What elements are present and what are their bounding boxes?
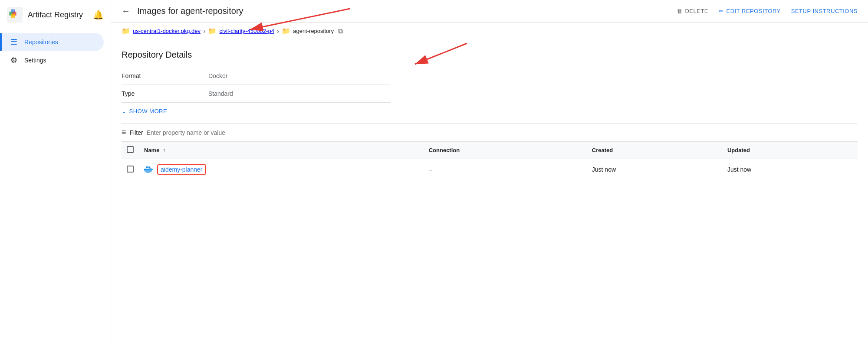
sidebar-header: Artifact Registry 🔔: [0, 0, 111, 29]
image-name-link[interactable]: aidemy-planner: [157, 164, 206, 175]
select-all-checkbox[interactable]: [127, 146, 134, 153]
sidebar-item-repositories-label: Repositories: [24, 39, 58, 46]
show-more-label: SHOW MORE: [129, 108, 168, 114]
filter-icon: ≡: [122, 128, 126, 137]
artifact-registry-logo: [7, 7, 23, 23]
breadcrumb-host-folder-icon: 📁: [122, 27, 130, 35]
delete-label: DELETE: [685, 8, 708, 14]
breadcrumb-host[interactable]: us-central1-docker.pkg.dev: [133, 28, 201, 34]
type-value: Standard: [208, 85, 391, 103]
connection-header-label: Connection: [429, 147, 460, 153]
details-row-format: Format Docker: [122, 67, 391, 85]
format-label: Format: [122, 67, 208, 85]
copy-icon[interactable]: ⧉: [338, 27, 343, 35]
images-table-section: Name ↑ Connection Created: [122, 142, 858, 180]
content-header: ← Images for agent-repository 🗑 DELETE ✏…: [111, 0, 868, 23]
sidebar-item-settings-label: Settings: [24, 57, 46, 64]
images-table: Name ↑ Connection Created: [122, 142, 858, 180]
main-content: ← Images for agent-repository 🗑 DELETE ✏…: [111, 0, 868, 342]
sidebar-item-repositories[interactable]: ☰ Repositories: [0, 33, 104, 51]
delete-button[interactable]: 🗑 DELETE: [677, 8, 708, 14]
settings-icon: ⚙: [10, 55, 17, 65]
filter-section: ≡ Filter: [122, 123, 858, 142]
breadcrumb-repo-folder-icon: 📁: [282, 27, 290, 35]
repository-details-table: Format Docker Type Standard: [122, 67, 391, 103]
setup-instructions-button[interactable]: SETUP INSTRUCTIONS: [791, 8, 858, 14]
row-checkbox-cell: [122, 159, 139, 180]
docker-icon: [144, 166, 154, 173]
filter-input[interactable]: [147, 129, 858, 136]
edit-repository-label: EDIT REPOSITORY: [727, 8, 781, 14]
table-row: aidemy-planner – Just now Just now: [122, 159, 858, 180]
content-body: Repository Details Format Docker Type St…: [111, 39, 868, 191]
breadcrumb-sep-1: ›: [203, 27, 205, 35]
type-label: Type: [122, 85, 208, 103]
sidebar-title: Artifact Registry: [28, 10, 83, 20]
repositories-icon: ☰: [10, 37, 17, 47]
breadcrumb: 📁 us-central1-docker.pkg.dev › 📁 civil-c…: [111, 23, 868, 39]
row-updated-cell: Just now: [722, 159, 858, 180]
name-sort-icon: ↑: [163, 147, 165, 153]
svg-rect-4: [11, 14, 15, 18]
format-value: Docker: [208, 67, 391, 85]
sidebar: Artifact Registry 🔔 ☰ Repositories ⚙ Set…: [0, 0, 111, 342]
select-all-header: [122, 142, 139, 159]
updated-header-label: Updated: [727, 147, 750, 153]
table-header-row: Name ↑ Connection Created: [122, 142, 858, 159]
row-created-cell: Just now: [587, 159, 722, 180]
name-header-label: Name: [144, 147, 159, 153]
setup-instructions-label: SETUP INSTRUCTIONS: [791, 8, 858, 14]
breadcrumb-project[interactable]: civil-clarity-450002-p4: [219, 28, 274, 34]
page-title: Images for agent-repository: [137, 6, 670, 16]
show-more-button[interactable]: ⌄ SHOW MORE: [122, 108, 858, 114]
svg-rect-8: [148, 166, 150, 168]
back-button[interactable]: ←: [122, 6, 130, 16]
sidebar-navigation: ☰ Repositories ⚙ Settings: [0, 29, 111, 69]
sidebar-item-settings[interactable]: ⚙ Settings: [0, 51, 104, 69]
delete-icon: 🗑: [677, 8, 683, 14]
created-column-header: Created: [587, 142, 722, 159]
header-actions: 🗑 DELETE ✏ EDIT REPOSITORY SETUP INSTRUC…: [677, 8, 858, 14]
edit-icon: ✏: [719, 8, 724, 14]
notification-bell-icon[interactable]: 🔔: [93, 10, 104, 20]
details-row-type: Type Standard: [122, 85, 391, 103]
updated-column-header: Updated: [722, 142, 858, 159]
row-connection-cell: –: [424, 159, 587, 180]
breadcrumb-repo: agent-repository: [293, 28, 334, 34]
row-name-cell: aidemy-planner: [139, 159, 424, 180]
breadcrumb-sep-2: ›: [277, 27, 279, 35]
name-column-header[interactable]: Name ↑: [139, 142, 424, 159]
back-arrow-icon: ←: [122, 6, 130, 16]
filter-label: Filter: [130, 129, 143, 136]
connection-column-header: Connection: [424, 142, 587, 159]
breadcrumb-project-folder-icon: 📁: [208, 27, 217, 35]
chevron-down-icon: ⌄: [122, 108, 127, 114]
repository-details-title: Repository Details: [122, 50, 858, 60]
svg-rect-9: [146, 166, 148, 168]
edit-repository-button[interactable]: ✏ EDIT REPOSITORY: [719, 8, 781, 14]
created-header-label: Created: [592, 147, 613, 153]
row-checkbox[interactable]: [127, 166, 134, 173]
